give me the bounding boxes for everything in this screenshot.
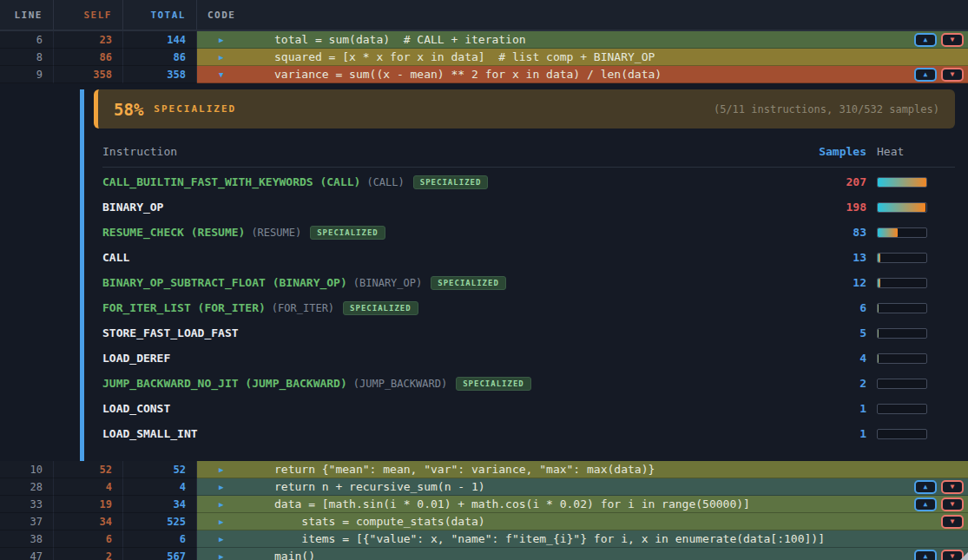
code-cell[interactable]: ▶ return {"mean": mean, "var": variance,… [197,461,968,478]
heat-bar-fill [878,254,880,262]
move-down-button[interactable]: ▼ [941,68,964,82]
code-text: squared = [x * x for x in data] # list c… [274,50,655,63]
heat-bar-fill [878,178,927,187]
code-text: stats = compute_stats(data) [274,515,485,528]
code-cell[interactable]: ▶ return n + recursive_sum(n - 1) ▲ ▼ [197,478,968,496]
code-text: data = [math.sin(i * 0.01) + math.cos(i … [274,497,750,511]
self-samples: 358 [54,66,123,83]
move-down-button[interactable]: ▼ [941,515,964,529]
code-line-row: 38 6 6 ▶ items = [{"value": x, "name": f… [0,530,968,548]
self-samples: 86 [54,49,123,66]
column-header-samples[interactable]: Samples [797,145,866,158]
instruction-row: LOAD_DEREF 4 [84,346,968,371]
code-cell[interactable]: ▼ variance = sum((x - mean) ** 2 for x i… [197,66,968,83]
code-cell[interactable]: ▶ stats = compute_stats(data) ▼ [197,513,968,530]
instruction-family: (BINARY_OP) [353,277,422,289]
specialization-meta: (5/11 instructions, 310/532 samples) [714,103,939,115]
line-number: 6 [0,31,54,49]
column-header-row: LINE SELF TOTAL CODE [0,0,968,31]
heat-bar-fill [878,203,925,212]
column-header-code: CODE [197,0,968,30]
heat-cell [866,404,955,414]
heat-cell [866,278,955,288]
instruction-name: BINARY_OP [102,201,163,214]
instruction-row: LOAD_CONST 1 [84,396,968,421]
heat-bar-fill [878,228,898,237]
column-header-self[interactable]: SELF [54,0,123,30]
heat-bar-fill [878,279,880,287]
total-samples: 6 [123,530,197,548]
heat-bar [877,177,927,188]
total-samples: 144 [123,31,197,49]
code-cell[interactable]: ▶ items = [{"value": x, "name": f"item_{… [197,530,968,548]
move-up-button[interactable]: ▲ [914,550,937,560]
instruction-name: JUMP_BACKWARD_NO_JIT (JUMP_BACKWARD) [102,377,347,390]
instruction-name: FOR_ITER_LIST (FOR_ITER) [102,301,266,314]
expand-arrow-icon[interactable]: ▶ [219,483,274,491]
expanded-instruction-panel: 58% SPECIALIZED (5/11 instructions, 310/… [80,89,968,461]
expand-arrow-icon[interactable]: ▶ [219,36,274,44]
heat-cell [866,303,955,313]
heat-cell [866,353,955,364]
expand-arrow-icon[interactable]: ▶ [219,552,274,560]
instruction-row: LOAD_SMALL_INT 1 [84,421,968,446]
heat-bar-fill [878,354,879,363]
profiler-window: LINE SELF TOTAL CODE 6 23 144 ▶ total = … [0,0,968,560]
instruction-name-group: STORE_FAST_LOAD_FAST [102,326,797,339]
code-text: items = [{"value": x, "name": f"item_{i}… [274,532,825,545]
heat-bar [877,404,927,414]
instruction-row: BINARY_OP_SUBTRACT_FLOAT (BINARY_OP) (BI… [84,270,968,295]
heat-cell [866,328,955,339]
resize-handle[interactable] [960,552,968,560]
instruction-samples: 5 [797,326,866,339]
instruction-name-group: RESUME_CHECK (RESUME) (RESUME) SPECIALIZ… [102,226,797,240]
instruction-name: CALL [102,251,129,264]
total-samples: 4 [123,478,197,496]
move-up-button[interactable]: ▲ [914,33,937,47]
instruction-name: BINARY_OP_SUBTRACT_FLOAT (BINARY_OP) [102,276,347,289]
expand-arrow-icon[interactable]: ▶ [219,53,274,62]
move-down-button[interactable]: ▼ [941,33,964,47]
instruction-row: STORE_FAST_LOAD_FAST 5 [84,320,968,346]
move-down-button[interactable]: ▼ [941,480,964,494]
code-text: return n + recursive_sum(n - 1) [274,480,485,493]
move-up-button[interactable]: ▲ [914,68,937,82]
instruction-samples: 12 [797,276,866,289]
rank-buttons: ▲ ▼ [914,550,964,560]
instruction-name-group: BINARY_OP [102,201,797,214]
expand-arrow-icon[interactable]: ▶ [219,517,274,526]
code-line-row: 47 2 567 ▶ main() ▲ ▼ [0,548,968,560]
specialization-banner: 58% SPECIALIZED (5/11 instructions, 310/… [94,89,955,128]
self-samples: 19 [54,496,123,513]
code-cell[interactable]: ▶ total = sum(data) # CALL + iteration ▲… [197,31,968,49]
move-up-button[interactable]: ▲ [914,480,937,494]
heat-bar-fill [878,304,879,313]
expand-arrow-icon[interactable]: ▶ [219,500,274,509]
instruction-family: (CALL) [366,176,404,188]
heat-bar [877,253,927,263]
code-line-row: 37 34 525 ▶ stats = compute_stats(data) … [0,513,968,530]
move-down-button[interactable]: ▼ [941,497,964,511]
heat-cell [866,227,955,238]
line-number: 9 [0,66,54,83]
expand-arrow-icon[interactable]: ▼ [219,70,274,79]
total-samples: 525 [123,513,197,530]
move-up-button[interactable]: ▲ [914,497,937,511]
self-samples: 2 [54,548,123,560]
instruction-samples: 4 [797,352,866,365]
specialized-badge: SPECIALIZED [456,377,531,391]
column-header-total[interactable]: TOTAL [123,0,197,30]
specialized-badge: SPECIALIZED [343,301,418,315]
expand-arrow-icon[interactable]: ▶ [219,535,274,544]
specialized-badge: SPECIALIZED [431,276,506,290]
code-cell[interactable]: ▶ squared = [x * x for x in data] # list… [197,49,968,66]
total-samples: 358 [123,66,197,83]
expand-arrow-icon[interactable]: ▶ [219,465,274,474]
instruction-name-group: JUMP_BACKWARD_NO_JIT (JUMP_BACKWARD) (JU… [102,377,797,391]
rank-buttons: ▲ ▼ [914,68,964,82]
code-cell[interactable]: ▶ main() ▲ ▼ [197,548,968,560]
code-cell[interactable]: ▶ data = [math.sin(i * 0.01) + math.cos(… [197,496,968,513]
line-number: 47 [0,548,54,560]
instruction-family: (FOR_ITER) [272,302,334,314]
instruction-name: RESUME_CHECK (RESUME) [102,226,245,239]
